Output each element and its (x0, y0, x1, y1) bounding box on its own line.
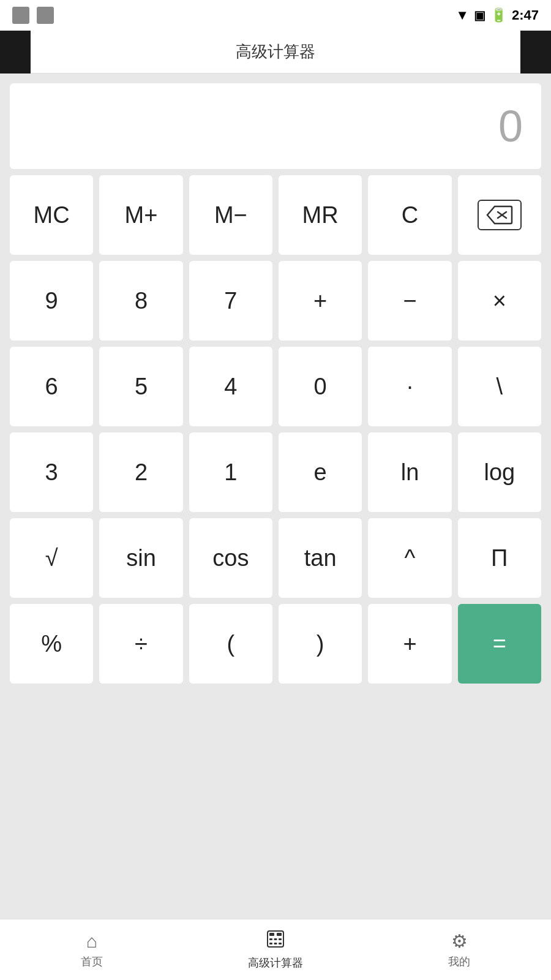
tan-button[interactable]: tan (279, 518, 362, 598)
button-row-5: √ sin cos tan ^ Π (10, 518, 541, 598)
wifi-icon: ▼ (455, 7, 469, 23)
clock: 2:47 (512, 7, 539, 23)
rparen-button[interactable]: ) (279, 604, 362, 684)
mc-button[interactable]: MC (10, 175, 93, 255)
title-bar: 高级计算器 (0, 31, 551, 74)
button-row-2: 9 8 7 + − × (10, 261, 541, 341)
one-button[interactable]: 1 (189, 432, 272, 512)
home-icon: ⌂ (86, 931, 97, 952)
percent-button[interactable]: % (10, 604, 93, 684)
seven-button[interactable]: 7 (189, 261, 272, 341)
plus-button[interactable]: + (279, 261, 362, 341)
svg-rect-7 (279, 938, 282, 940)
page-title: 高级计算器 (236, 41, 315, 62)
five-button[interactable]: 5 (99, 347, 182, 426)
nine-button[interactable]: 9 (10, 261, 93, 341)
plus2-button[interactable]: + (368, 604, 451, 684)
two-button[interactable]: 2 (99, 432, 182, 512)
settings-icon: ⚙ (451, 930, 468, 952)
nav-home-label: 首页 (81, 954, 103, 969)
svg-rect-5 (269, 938, 272, 940)
display-panel: 0 (10, 83, 541, 169)
svg-rect-8 (269, 943, 272, 944)
dot-button[interactable]: · (368, 347, 451, 426)
pi-button[interactable]: Π (458, 518, 541, 598)
display-value: 0 (498, 101, 523, 151)
log-button[interactable]: log (458, 432, 541, 512)
div-button[interactable]: ÷ (99, 604, 182, 684)
sin-button[interactable]: sin (99, 518, 182, 598)
nav-profile-label: 我的 (448, 954, 470, 969)
backslash-button[interactable]: \ (458, 347, 541, 426)
svg-rect-4 (277, 933, 282, 936)
multiply-button[interactable]: × (458, 261, 541, 341)
backspace-button[interactable] (458, 175, 541, 255)
svg-rect-10 (279, 943, 282, 944)
e-button[interactable]: e (279, 432, 362, 512)
photo-icon (12, 7, 29, 24)
nav-profile[interactable]: ⚙ 我的 (367, 930, 551, 969)
svg-rect-9 (274, 943, 277, 944)
svg-rect-3 (269, 933, 274, 936)
four-button[interactable]: 4 (189, 347, 272, 426)
cos-button[interactable]: cos (189, 518, 272, 598)
calculator-icon (266, 929, 285, 953)
status-bar-right: ▼ ▣ 🔋 2:47 (455, 7, 539, 23)
button-row-4: 3 2 1 e ln log (10, 432, 541, 512)
button-row-1: MC M+ M− MR C (10, 175, 541, 255)
calculator-body: 0 MC M+ M− MR C 9 8 7 + − × 6 5 4 0 · \ … (0, 74, 551, 919)
mountain-icon (37, 7, 54, 24)
clear-button[interactable]: C (368, 175, 451, 255)
bottom-nav: ⌂ 首页 高级计算器 ⚙ 我的 (0, 919, 551, 980)
status-bar-left (12, 7, 54, 24)
eight-button[interactable]: 8 (99, 261, 182, 341)
nav-home[interactable]: ⌂ 首页 (0, 931, 184, 969)
zero-button[interactable]: 0 (279, 347, 362, 426)
ln-button[interactable]: ln (368, 432, 451, 512)
mminus-button[interactable]: M− (189, 175, 272, 255)
battery-icon: 🔋 (490, 7, 507, 23)
nav-calculator-label: 高级计算器 (248, 956, 303, 970)
pow-button[interactable]: ^ (368, 518, 451, 598)
sqrt-button[interactable]: √ (10, 518, 93, 598)
lparen-button[interactable]: ( (189, 604, 272, 684)
mplus-button[interactable]: M+ (99, 175, 182, 255)
title-bar-left-button[interactable] (0, 31, 31, 74)
svg-rect-6 (274, 938, 277, 940)
title-bar-right-button[interactable] (520, 31, 551, 74)
nav-calculator[interactable]: 高级计算器 (184, 929, 367, 970)
button-row-3: 6 5 4 0 · \ (10, 347, 541, 426)
three-button[interactable]: 3 (10, 432, 93, 512)
status-bar: ▼ ▣ 🔋 2:47 (0, 0, 551, 31)
minus-button[interactable]: − (368, 261, 451, 341)
mr-button[interactable]: MR (279, 175, 362, 255)
equals-button[interactable]: = (458, 604, 541, 684)
backspace-icon (478, 200, 522, 230)
six-button[interactable]: 6 (10, 347, 93, 426)
button-row-6: % ÷ ( ) + = (10, 604, 541, 684)
signal-icon: ▣ (474, 8, 485, 23)
